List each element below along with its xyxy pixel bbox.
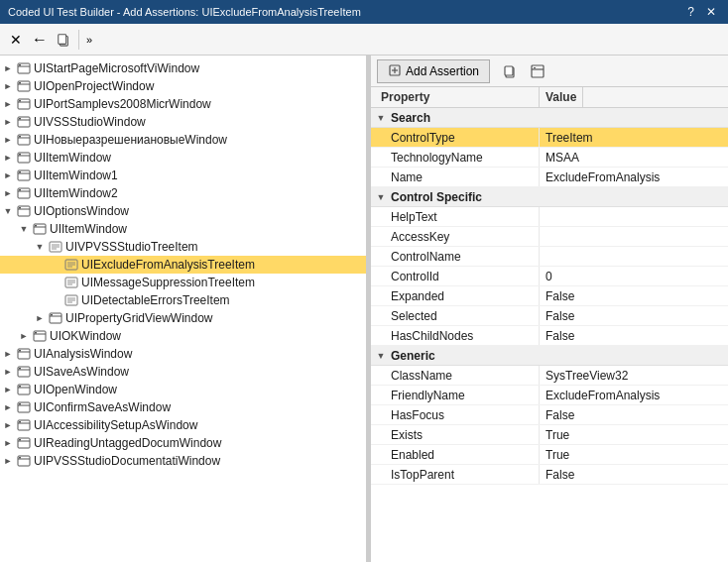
back-button[interactable]: ←: [28, 28, 52, 52]
tree-expander-icon[interactable]: ►: [0, 114, 16, 130]
tree-expander-icon[interactable]: ►: [16, 328, 32, 344]
tree-item[interactable]: ►UISaveAsWindow: [0, 363, 366, 381]
group-label: Search: [391, 111, 430, 125]
svg-rect-74: [19, 457, 21, 459]
prop-row[interactable]: ClassName SysTreeView32: [371, 366, 728, 386]
tree-item[interactable]: ►UIVSSStudioWindow: [0, 113, 366, 131]
prop-value: False: [540, 405, 728, 424]
tree-expander-icon[interactable]: ▼: [0, 203, 16, 219]
prop-name: IsTopParent: [371, 465, 540, 484]
tree-item-icon: [63, 257, 79, 273]
tree-item-icon: [16, 168, 32, 183]
prop-row[interactable]: HasChildNodes False: [371, 326, 728, 346]
tree-expander-icon[interactable]: ►: [0, 453, 16, 469]
tree-item[interactable]: ►UIConfirmSaveAsWindow: [0, 398, 366, 416]
prop-name: Enabled: [371, 445, 540, 464]
group-label: Generic: [391, 349, 435, 363]
tree-expander-icon[interactable]: ▼: [32, 239, 48, 255]
tree-item-icon: [16, 399, 32, 415]
tree-item[interactable]: ►UIItemWindow2: [0, 184, 366, 202]
tree-item[interactable]: ►UIPortSamplevs2008MicrWindow: [0, 95, 366, 113]
tree-expander-icon[interactable]: ►: [0, 78, 16, 94]
prop-row[interactable]: Name ExcludeFromAnalysis: [371, 168, 728, 187]
tree-expander-icon[interactable]: ►: [0, 60, 16, 76]
tree-expander-icon[interactable]: ►: [0, 96, 16, 112]
tree-expander-icon[interactable]: ►: [0, 382, 16, 397]
prop-name: HasFocus: [371, 405, 540, 424]
tree-expander-icon[interactable]: ►: [0, 435, 16, 451]
tree-area[interactable]: ►UIStartPageMicrosoftViWindow►UIOpenProj…: [0, 56, 366, 562]
tree-item[interactable]: ►UIOpenWindow: [0, 381, 366, 398]
tree-item[interactable]: ►UIPropertyGridViewWindow: [0, 309, 366, 327]
prop-row[interactable]: IsTopParent False: [371, 465, 728, 485]
tree-expander-icon[interactable]: ►: [0, 346, 16, 362]
svg-rect-13: [19, 118, 21, 120]
prop-group-header[interactable]: ▼ Generic: [371, 346, 728, 366]
svg-rect-53: [35, 332, 37, 334]
svg-rect-56: [19, 350, 21, 352]
prop-row[interactable]: Selected False: [371, 306, 728, 326]
tree-item[interactable]: ▼UIItemWindow: [0, 220, 366, 238]
value-col-header: Value: [540, 87, 583, 107]
copy-button[interactable]: [52, 28, 75, 52]
tree-item[interactable]: ►UIAccessibilitySetupAsWindow: [0, 416, 366, 434]
tree-item[interactable]: ▼UIVPVSSStudioTreeItem: [0, 238, 366, 256]
tree-item[interactable]: ►UIItemWindow1: [0, 167, 366, 184]
tree-item-label: UIOpenWindow: [34, 383, 117, 396]
tree-item-label: UIItemWindow: [34, 151, 111, 165]
tree-item-icon: [16, 132, 32, 148]
tree-item[interactable]: ►UIНовыеразрешениановыеWindow: [0, 131, 366, 149]
tree-item[interactable]: UIDetectableErrorsTreeItem: [0, 291, 366, 309]
tree-item[interactable]: ►UIReadingUntaggedDocumWindow: [0, 434, 366, 452]
prop-row[interactable]: Enabled True: [371, 445, 728, 465]
toolbar-sep-1: [78, 30, 79, 50]
close-button[interactable]: ✕: [702, 5, 720, 19]
help-button[interactable]: ?: [683, 5, 698, 19]
title-bar: Coded UI Test Builder - Add Assertions: …: [0, 0, 728, 24]
prop-row[interactable]: TechnologyName MSAA: [371, 148, 728, 168]
prop-row[interactable]: AccessKey: [371, 227, 728, 247]
tree-expander-icon[interactable]: ►: [0, 364, 16, 380]
tree-item[interactable]: ►UIOKWindow: [0, 327, 366, 345]
tree-expander-icon[interactable]: ►: [0, 132, 16, 148]
prop-row[interactable]: HelpText: [371, 207, 728, 227]
prop-row[interactable]: HasFocus False: [371, 405, 728, 425]
prop-row[interactable]: Exists True: [371, 425, 728, 445]
tree-item[interactable]: UIMessageSuppressionTreeItem: [0, 274, 366, 291]
delete-button[interactable]: ✕: [4, 28, 28, 52]
tree-expander-icon[interactable]: ►: [0, 185, 16, 201]
tree-item[interactable]: ▼UIOptionsWindow: [0, 202, 366, 220]
prop-row[interactable]: FriendlyName ExcludeFromAnalysis: [371, 386, 728, 405]
right-panel: Add Assertion Property Value: [371, 56, 728, 562]
add-assertion-button[interactable]: Add Assertion: [377, 59, 490, 83]
prop-name: Selected: [371, 306, 540, 325]
tree-expander-icon[interactable]: ►: [0, 150, 16, 166]
tree-expander-icon[interactable]: ▼: [16, 221, 32, 237]
prop-row[interactable]: Expanded False: [371, 286, 728, 306]
tree-item[interactable]: ►UIAnalysisWindow: [0, 345, 366, 363]
prop-name: Name: [371, 168, 540, 186]
tree-expander-icon[interactable]: ►: [0, 168, 16, 183]
tree-item[interactable]: ►UIPVSSStudioDocumentatiWindow: [0, 452, 366, 470]
prop-groups: ▼ Search ControlType TreeItem Technology…: [371, 108, 728, 485]
tree-expander-icon[interactable]: ►: [0, 399, 16, 415]
svg-rect-50: [51, 314, 53, 316]
prop-row[interactable]: ControlName: [371, 247, 728, 267]
prop-name: Exists: [371, 425, 540, 444]
prop-row[interactable]: ControlType TreeItem: [371, 128, 728, 148]
prop-name: ControlType: [371, 128, 540, 147]
svg-rect-31: [35, 225, 37, 227]
tree-item[interactable]: UIExcludeFromAnalysisTreeItem: [0, 256, 366, 274]
prop-group-header[interactable]: ▼ Control Specific: [371, 187, 728, 207]
tree-item[interactable]: ►UIOpenProjectWindow: [0, 77, 366, 95]
more-button[interactable]: »: [82, 32, 96, 48]
assertion-copy-button[interactable]: [498, 59, 522, 83]
prop-row[interactable]: ControlId 0: [371, 267, 728, 286]
tree-item-label: UIStartPageMicrosoftViWindow: [34, 61, 199, 75]
tree-expander-icon[interactable]: ►: [0, 417, 16, 433]
assertion-window-button[interactable]: [526, 59, 549, 83]
tree-expander-icon[interactable]: ►: [32, 310, 48, 326]
tree-item[interactable]: ►UIStartPageMicrosoftViWindow: [0, 59, 366, 77]
prop-group-header[interactable]: ▼ Search: [371, 108, 728, 128]
tree-item[interactable]: ►UIItemWindow: [0, 149, 366, 167]
